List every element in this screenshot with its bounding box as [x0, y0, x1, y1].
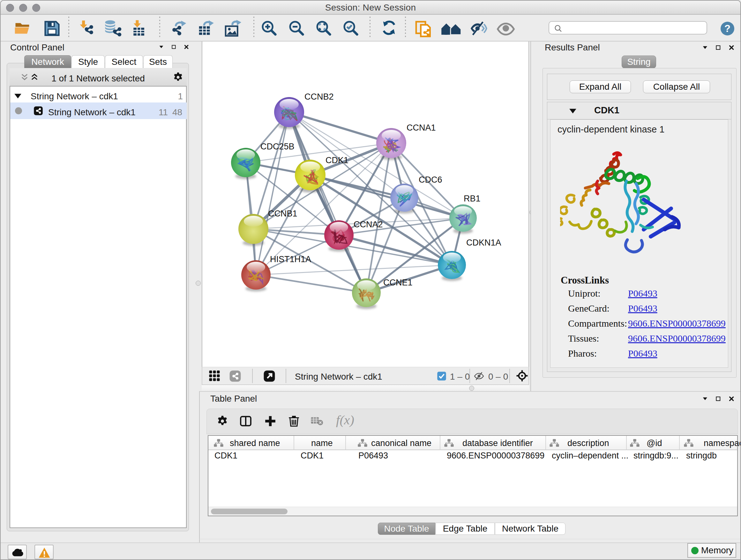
svg-text:CCNA2: CCNA2 [354, 220, 383, 229]
svg-text:HIST1H1A: HIST1H1A [270, 254, 311, 264]
svg-text:CDK1: CDK1 [326, 155, 348, 165]
svg-text:CCNB1: CCNB1 [268, 209, 297, 219]
svg-text:CDC25B: CDC25B [260, 142, 294, 151]
svg-text:CDKN1A: CDKN1A [466, 238, 501, 247]
svg-text:CCNA1: CCNA1 [407, 123, 436, 132]
svg-text:RB1: RB1 [464, 194, 481, 203]
svg-text:CCNE1: CCNE1 [383, 278, 413, 287]
svg-text:CCNB2: CCNB2 [305, 92, 334, 102]
svg-text:CDC6: CDC6 [419, 175, 442, 185]
